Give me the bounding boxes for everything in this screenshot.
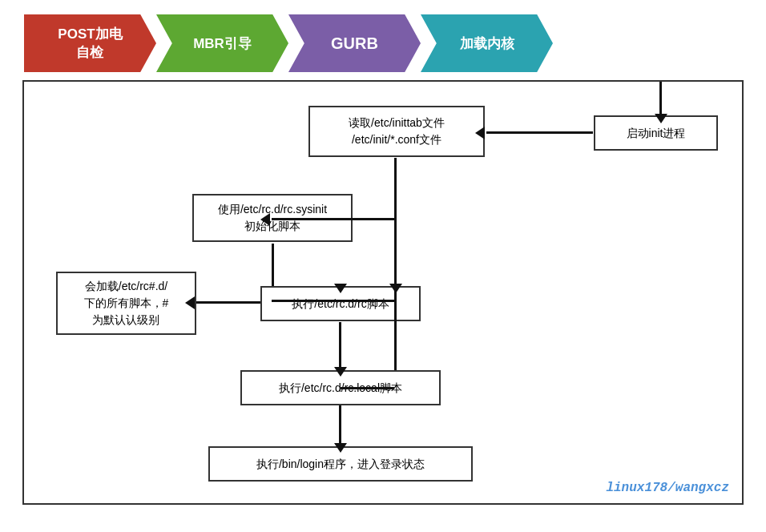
arrow-rclocal-to-login-v (339, 405, 341, 446)
box-read-inittab: 读取/etc/inittab文件 /etc/init/*.conf文件 (308, 106, 485, 157)
step-kernel: 加载内核 (421, 14, 553, 72)
arrow-inittab-to-rclocal-h (341, 387, 394, 389)
arrow-inittab-to-rc-h (341, 300, 394, 302)
arrowhead-sysinit (260, 213, 270, 226)
box-exec-login-label: 执行/bin/login程序，进入登录状态 (256, 456, 425, 473)
box-start-init-label: 启动init进程 (627, 125, 686, 142)
box-load-scripts: 会加载/etc/rc#.d/ 下的所有脚本，# 为默认认级别 (56, 272, 196, 335)
arrow-inittab-to-sysinit-h (272, 218, 394, 220)
step-post-label: POST加电 自检 (58, 25, 122, 62)
arrow-rc-to-rclocal-v (339, 322, 341, 370)
arrowhead-kernel (655, 114, 667, 123)
arrow-init-to-inittab-h (486, 131, 593, 134)
step-post: POST加电 自检 (24, 14, 156, 72)
box-read-inittab-label: 读取/etc/inittab文件 /etc/init/*.conf文件 (349, 115, 445, 148)
step-gurb: GURB (288, 14, 421, 72)
arrow-kernel-to-top (659, 82, 662, 117)
step-kernel-label: 加载内核 (460, 34, 514, 53)
box-load-scripts-label: 会加载/etc/rc#.d/ 下的所有脚本，# 为默认认级别 (84, 278, 169, 328)
watermark: linux178/wangxcz (606, 481, 729, 495)
box-exec-rc-label: 执行/etc/rc.d/rc脚本 (292, 296, 389, 312)
main-diagram: 读取/etc/inittab文件 /etc/init/*.conf文件 启动in… (22, 80, 744, 505)
arrowhead-rclocal (334, 367, 347, 377)
arrow-rc-to-load-h (196, 301, 260, 304)
arrowhead-init-to-inittab (475, 127, 485, 139)
arrowhead-login (334, 443, 347, 453)
arrow-sysinit-to-rc-h (272, 300, 344, 302)
arrow-sysinit-to-rc-v (272, 244, 274, 286)
top-steps: POST加电 自检 MBR引导 GURB 加载内核 (0, 0, 766, 80)
arrowhead-load (185, 296, 195, 309)
arrow-inittab-cont-v (394, 158, 397, 370)
step-gurb-label: GURB (331, 34, 378, 53)
arrowhead-sysinit-to-rc (334, 284, 347, 293)
step-mbr-label: MBR引导 (193, 34, 252, 53)
step-mbr: MBR引导 (156, 14, 288, 72)
